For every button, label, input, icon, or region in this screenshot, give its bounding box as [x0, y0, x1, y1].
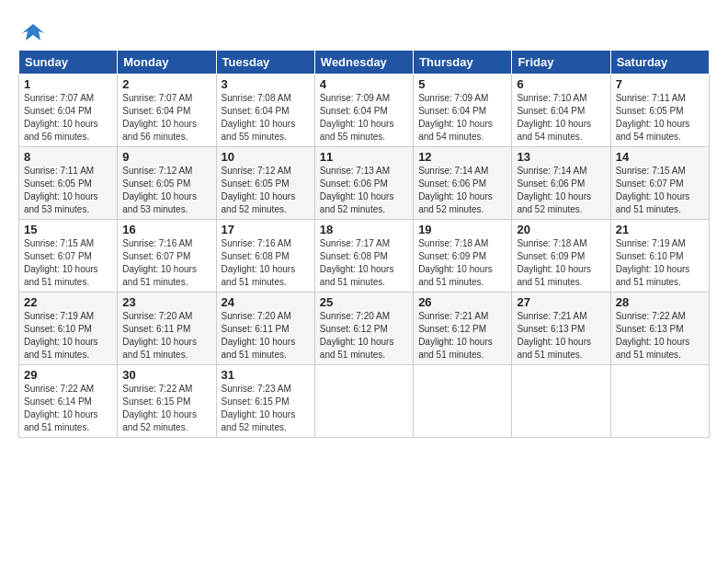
week-row-3: 15Sunrise: 7:15 AM Sunset: 6:07 PM Dayli… — [19, 220, 710, 293]
day-number: 2 — [122, 77, 210, 91]
logo-bird-icon — [20, 20, 46, 46]
calendar-cell: 21Sunrise: 7:19 AM Sunset: 6:10 PM Dayli… — [610, 220, 709, 293]
day-info: Sunrise: 7:09 AM Sunset: 6:04 PM Dayligh… — [418, 92, 506, 144]
day-number: 19 — [418, 223, 506, 236]
calendar-cell: 8Sunrise: 7:11 AM Sunset: 6:05 PM Daylig… — [19, 147, 118, 220]
day-number: 4 — [320, 77, 408, 91]
day-number: 29 — [24, 368, 112, 382]
day-number: 8 — [24, 150, 112, 164]
day-info: Sunrise: 7:18 AM Sunset: 6:09 PM Dayligh… — [418, 237, 506, 289]
day-info: Sunrise: 7:07 AM Sunset: 6:04 PM Dayligh… — [122, 92, 210, 144]
day-info: Sunrise: 7:16 AM Sunset: 6:08 PM Dayligh… — [222, 237, 310, 289]
day-number: 7 — [616, 77, 704, 91]
calendar-cell: 16Sunrise: 7:16 AM Sunset: 6:07 PM Dayli… — [118, 220, 216, 293]
weekday-wednesday: Wednesday — [314, 51, 413, 75]
day-info: Sunrise: 7:20 AM Sunset: 6:12 PM Dayligh… — [320, 310, 408, 362]
weekday-monday: Monday — [118, 51, 216, 75]
calendar-cell: 15Sunrise: 7:15 AM Sunset: 6:07 PM Dayli… — [19, 220, 118, 293]
day-info: Sunrise: 7:14 AM Sunset: 6:06 PM Dayligh… — [517, 165, 605, 216]
day-info: Sunrise: 7:07 AM Sunset: 6:04 PM Dayligh… — [24, 92, 112, 144]
day-number: 22 — [24, 295, 112, 309]
day-number: 25 — [320, 295, 408, 309]
day-number: 6 — [517, 77, 605, 91]
day-number: 26 — [418, 295, 506, 309]
day-number: 21 — [616, 223, 704, 236]
day-number: 1 — [24, 77, 112, 91]
calendar-cell: 27Sunrise: 7:21 AM Sunset: 6:13 PM Dayli… — [512, 293, 610, 365]
day-info: Sunrise: 7:11 AM Sunset: 6:05 PM Dayligh… — [616, 92, 704, 144]
day-info: Sunrise: 7:14 AM Sunset: 6:06 PM Dayligh… — [418, 165, 506, 216]
day-info: Sunrise: 7:10 AM Sunset: 6:04 PM Dayligh… — [517, 92, 605, 144]
week-row-1: 1Sunrise: 7:07 AM Sunset: 6:04 PM Daylig… — [19, 75, 710, 147]
calendar-cell: 24Sunrise: 7:20 AM Sunset: 6:11 PM Dayli… — [216, 293, 314, 365]
weekday-tuesday: Tuesday — [216, 51, 314, 75]
day-number: 11 — [320, 150, 408, 164]
calendar-cell: 5Sunrise: 7:09 AM Sunset: 6:04 PM Daylig… — [414, 75, 512, 147]
calendar-cell: 2Sunrise: 7:07 AM Sunset: 6:04 PM Daylig… — [118, 75, 216, 147]
day-number: 13 — [517, 150, 605, 164]
day-info: Sunrise: 7:20 AM Sunset: 6:11 PM Dayligh… — [222, 310, 310, 362]
page: SundayMondayTuesdayWednesdayThursdayFrid… — [0, 0, 728, 447]
header — [18, 17, 710, 42]
day-number: 3 — [222, 77, 310, 91]
week-row-2: 8Sunrise: 7:11 AM Sunset: 6:05 PM Daylig… — [19, 147, 710, 220]
day-info: Sunrise: 7:15 AM Sunset: 6:07 PM Dayligh… — [616, 165, 704, 216]
day-info: Sunrise: 7:16 AM Sunset: 6:07 PM Dayligh… — [122, 237, 210, 289]
day-number: 17 — [222, 223, 310, 236]
calendar-cell: 6Sunrise: 7:10 AM Sunset: 6:04 PM Daylig… — [512, 75, 610, 147]
svg-marker-0 — [22, 24, 44, 40]
day-info: Sunrise: 7:22 AM Sunset: 6:13 PM Dayligh… — [616, 310, 704, 362]
calendar-cell: 28Sunrise: 7:22 AM Sunset: 6:13 PM Dayli… — [610, 293, 709, 365]
calendar-cell: 14Sunrise: 7:15 AM Sunset: 6:07 PM Dayli… — [610, 147, 709, 220]
day-number: 5 — [418, 77, 506, 91]
week-row-5: 29Sunrise: 7:22 AM Sunset: 6:14 PM Dayli… — [19, 365, 710, 438]
calendar-cell: 1Sunrise: 7:07 AM Sunset: 6:04 PM Daylig… — [19, 75, 118, 147]
day-number: 16 — [122, 223, 210, 236]
day-number: 27 — [517, 295, 605, 309]
calendar-cell: 10Sunrise: 7:12 AM Sunset: 6:05 PM Dayli… — [216, 147, 314, 220]
day-number: 31 — [222, 368, 310, 382]
day-info: Sunrise: 7:21 AM Sunset: 6:13 PM Dayligh… — [517, 310, 605, 362]
calendar-cell: 23Sunrise: 7:20 AM Sunset: 6:11 PM Dayli… — [118, 293, 216, 365]
day-info: Sunrise: 7:11 AM Sunset: 6:05 PM Dayligh… — [24, 165, 112, 216]
weekday-thursday: Thursday — [414, 51, 512, 75]
day-info: Sunrise: 7:17 AM Sunset: 6:08 PM Dayligh… — [320, 237, 408, 289]
day-info: Sunrise: 7:09 AM Sunset: 6:04 PM Dayligh… — [320, 92, 408, 144]
calendar-cell: 31Sunrise: 7:23 AM Sunset: 6:15 PM Dayli… — [216, 365, 314, 438]
day-info: Sunrise: 7:13 AM Sunset: 6:06 PM Dayligh… — [320, 165, 408, 216]
day-number: 12 — [418, 150, 506, 164]
calendar-cell: 13Sunrise: 7:14 AM Sunset: 6:06 PM Dayli… — [512, 147, 610, 220]
day-number: 9 — [122, 150, 210, 164]
calendar-cell: 20Sunrise: 7:18 AM Sunset: 6:09 PM Dayli… — [512, 220, 610, 293]
day-number: 15 — [24, 223, 112, 236]
day-info: Sunrise: 7:12 AM Sunset: 6:05 PM Dayligh… — [122, 165, 210, 216]
day-info: Sunrise: 7:15 AM Sunset: 6:07 PM Dayligh… — [24, 237, 112, 289]
calendar-cell — [414, 365, 512, 438]
calendar-cell: 11Sunrise: 7:13 AM Sunset: 6:06 PM Dayli… — [314, 147, 413, 220]
calendar-cell: 30Sunrise: 7:22 AM Sunset: 6:15 PM Dayli… — [118, 365, 216, 438]
day-number: 18 — [320, 223, 408, 236]
day-info: Sunrise: 7:22 AM Sunset: 6:14 PM Dayligh… — [24, 383, 112, 434]
day-number: 20 — [517, 223, 605, 236]
weekday-saturday: Saturday — [610, 51, 709, 75]
calendar-cell: 25Sunrise: 7:20 AM Sunset: 6:12 PM Dayli… — [314, 293, 413, 365]
calendar-cell: 7Sunrise: 7:11 AM Sunset: 6:05 PM Daylig… — [610, 75, 709, 147]
day-number: 14 — [616, 150, 704, 164]
calendar-cell: 9Sunrise: 7:12 AM Sunset: 6:05 PM Daylig… — [118, 147, 216, 220]
calendar-cell: 19Sunrise: 7:18 AM Sunset: 6:09 PM Dayli… — [414, 220, 512, 293]
calendar-cell: 12Sunrise: 7:14 AM Sunset: 6:06 PM Dayli… — [414, 147, 512, 220]
calendar-cell: 4Sunrise: 7:09 AM Sunset: 6:04 PM Daylig… — [314, 75, 413, 147]
day-number: 30 — [122, 368, 210, 382]
calendar-cell: 22Sunrise: 7:19 AM Sunset: 6:10 PM Dayli… — [19, 293, 118, 365]
day-info: Sunrise: 7:12 AM Sunset: 6:05 PM Dayligh… — [222, 165, 310, 216]
day-info: Sunrise: 7:20 AM Sunset: 6:11 PM Dayligh… — [122, 310, 210, 362]
day-info: Sunrise: 7:18 AM Sunset: 6:09 PM Dayligh… — [517, 237, 605, 289]
calendar-table: SundayMondayTuesdayWednesdayThursdayFrid… — [18, 50, 710, 438]
calendar-cell: 26Sunrise: 7:21 AM Sunset: 6:12 PM Dayli… — [414, 293, 512, 365]
calendar-cell — [314, 365, 413, 438]
day-info: Sunrise: 7:22 AM Sunset: 6:15 PM Dayligh… — [122, 383, 210, 434]
logo — [18, 20, 46, 42]
day-number: 28 — [616, 295, 704, 309]
weekday-sunday: Sunday — [19, 51, 118, 75]
calendar-cell: 3Sunrise: 7:08 AM Sunset: 6:04 PM Daylig… — [216, 75, 314, 147]
